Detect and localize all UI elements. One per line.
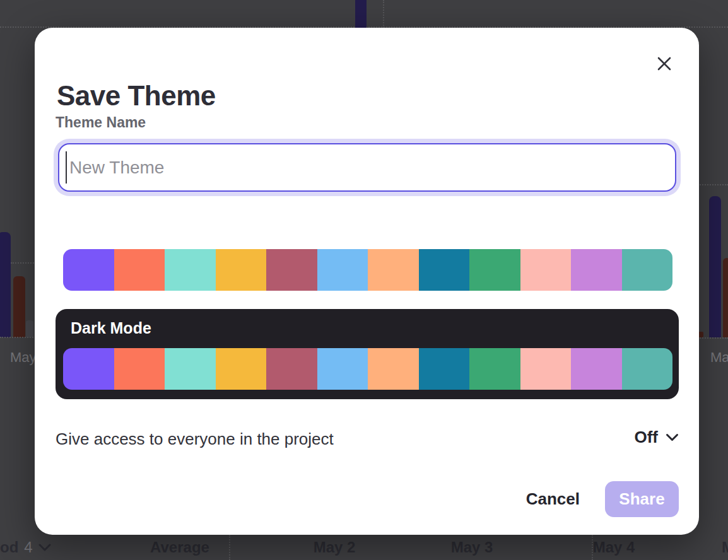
access-dropdown[interactable]: Off bbox=[634, 428, 679, 447]
color-swatch-8 bbox=[419, 249, 470, 291]
column-header-average: Average bbox=[142, 539, 218, 556]
color-swatch-11 bbox=[571, 249, 622, 291]
color-swatch-2 bbox=[114, 348, 165, 390]
chart-bar bbox=[26, 320, 33, 337]
dialog-title: Save Theme bbox=[57, 80, 216, 112]
color-swatch-8 bbox=[419, 348, 470, 390]
access-toggle-label: Give access to everyone in the project bbox=[56, 429, 334, 449]
color-swatch-4 bbox=[216, 348, 267, 390]
axis-label-may-right: Ma bbox=[710, 349, 728, 366]
theme-name-label: Theme Name bbox=[56, 114, 146, 131]
column-header-may2: May 2 bbox=[296, 539, 372, 556]
color-swatch-10 bbox=[520, 249, 572, 291]
color-swatch-6 bbox=[317, 249, 368, 291]
column-header-partial: M bbox=[722, 539, 728, 556]
chart-bar bbox=[723, 258, 728, 337]
gridline-horizontal-left bbox=[11, 262, 36, 264]
color-swatch-6 bbox=[317, 348, 368, 390]
light-mode-palette bbox=[63, 249, 672, 291]
color-swatch-10 bbox=[520, 348, 572, 390]
dark-mode-panel: Dark Mode bbox=[56, 309, 679, 399]
column-header-may4: May 4 bbox=[576, 539, 652, 556]
period-dropdown-label: od bbox=[0, 539, 18, 556]
axis-baseline-right bbox=[698, 337, 728, 339]
chart-bar bbox=[0, 232, 11, 337]
period-number: 4 bbox=[24, 539, 32, 556]
text-cursor bbox=[66, 151, 67, 184]
cancel-button[interactable]: Cancel bbox=[526, 489, 580, 509]
color-swatch-4 bbox=[216, 249, 267, 291]
chart-bar bbox=[13, 276, 25, 337]
color-swatch-1 bbox=[63, 249, 114, 291]
axis-label-may-left: May bbox=[10, 349, 37, 366]
dark-mode-label: Dark Mode bbox=[71, 319, 151, 337]
chart-bar bbox=[355, 0, 367, 28]
dark-mode-palette bbox=[63, 348, 672, 390]
color-swatch-9 bbox=[469, 249, 520, 291]
period-dropdown: od 4 bbox=[0, 539, 51, 556]
color-swatch-12 bbox=[622, 249, 673, 291]
gridline-vertical-bottom bbox=[229, 535, 230, 560]
close-button[interactable] bbox=[655, 54, 674, 73]
color-swatch-2 bbox=[114, 249, 165, 291]
chevron-down-icon bbox=[666, 433, 679, 441]
share-button[interactable]: Share bbox=[605, 481, 679, 517]
access-dropdown-value: Off bbox=[634, 428, 658, 447]
theme-name-input[interactable] bbox=[58, 143, 676, 192]
chart-bar bbox=[709, 196, 721, 337]
color-swatch-5 bbox=[266, 249, 317, 291]
color-swatch-3 bbox=[165, 249, 216, 291]
column-header-may3: May 3 bbox=[434, 539, 510, 556]
color-swatch-7 bbox=[368, 348, 419, 390]
gridline-vertical-top bbox=[383, 0, 384, 28]
color-swatch-3 bbox=[165, 348, 216, 390]
gridline-horizontal-right bbox=[698, 184, 728, 185]
color-swatch-12 bbox=[622, 348, 673, 390]
close-icon bbox=[655, 54, 674, 73]
save-theme-dialog: Save Theme Theme Name Light Mode Dark Mo… bbox=[35, 28, 699, 535]
color-swatch-7 bbox=[368, 249, 419, 291]
color-swatch-1 bbox=[63, 348, 114, 390]
color-swatch-9 bbox=[469, 348, 520, 390]
color-swatch-11 bbox=[571, 348, 622, 390]
color-swatch-5 bbox=[266, 348, 317, 390]
chevron-down-icon bbox=[38, 544, 51, 551]
dialog-actions: Cancel Share bbox=[526, 481, 679, 517]
axis-baseline-left bbox=[0, 337, 36, 338]
